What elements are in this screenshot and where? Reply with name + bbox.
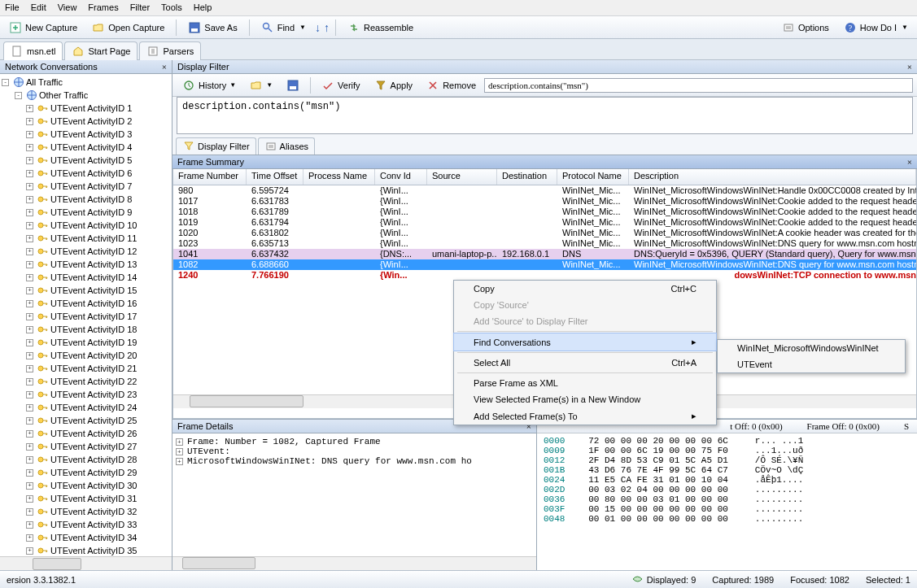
- tree-row[interactable]: +UTEvent ActivityID 35: [0, 544, 172, 556]
- expand-icon[interactable]: +: [26, 261, 33, 268]
- find-button[interactable]: Find ▼: [255, 19, 312, 37]
- tree-row[interactable]: +UTEvent ActivityID 17: [0, 310, 172, 323]
- expand-icon[interactable]: +: [26, 157, 33, 164]
- tree-row[interactable]: +UTEvent ActivityID 22: [0, 375, 172, 388]
- history-button[interactable]: History ▼: [177, 76, 242, 94]
- expand-icon[interactable]: +: [26, 274, 33, 281]
- menu-view[interactable]: View: [58, 2, 77, 12]
- table-row[interactable]: 10196.631794{WinI...WinINet_Mic...WinINe…: [173, 217, 916, 228]
- menu-tools[interactable]: Tools: [161, 2, 182, 12]
- ctx-copy[interactable]: CopyCtrl+C: [454, 281, 716, 297]
- expand-icon[interactable]: +: [26, 222, 33, 229]
- tree-row[interactable]: +UTEvent ActivityID 12: [0, 245, 172, 258]
- tree-row[interactable]: +UTEvent ActivityID 5: [0, 154, 172, 167]
- expand-icon[interactable]: +: [26, 508, 33, 516]
- tree-row[interactable]: -Other Traffic: [0, 89, 172, 102]
- tree-row[interactable]: +UTEvent ActivityID 19: [0, 336, 172, 349]
- expand-icon[interactable]: +: [26, 287, 33, 294]
- tree-row[interactable]: +UTEvent ActivityID 24: [0, 401, 172, 414]
- ctx-find-conversations[interactable]: Find Conversations▸: [453, 333, 717, 351]
- ctx-select-all[interactable]: Select AllCtrl+A: [454, 355, 716, 371]
- tree-row[interactable]: +UTEvent ActivityID 1: [0, 102, 172, 115]
- expand-icon[interactable]: +: [26, 378, 33, 385]
- expand-icon[interactable]: +: [26, 118, 33, 125]
- menu-help[interactable]: Help: [194, 2, 212, 12]
- tree-row[interactable]: +UTEvent ActivityID 8: [0, 193, 172, 206]
- filter-expression-editor[interactable]: description.contains("msn"): [177, 97, 913, 134]
- table-row[interactable]: 10206.631802{WinI...WinINet_Mic...WinINe…: [173, 228, 916, 238]
- expand-icon[interactable]: +: [26, 196, 33, 203]
- tree-row[interactable]: +UTEvent ActivityID 4: [0, 141, 172, 154]
- tree-row[interactable]: +UTEvent ActivityID 15: [0, 284, 172, 297]
- expand-icon[interactable]: +: [26, 495, 33, 503]
- tab-start-page[interactable]: Start Page: [64, 41, 138, 60]
- expand-icon[interactable]: +: [26, 456, 33, 464]
- ctx-parse-xml[interactable]: Parse Frame as XML: [454, 375, 716, 391]
- expand-icon[interactable]: +: [26, 105, 33, 112]
- expand-icon[interactable]: +: [26, 235, 33, 242]
- menu-file[interactable]: File: [5, 2, 20, 12]
- tab-file[interactable]: msn.etl: [3, 41, 63, 60]
- expand-icon[interactable]: +: [26, 404, 33, 412]
- column-header[interactable]: Process Name: [303, 169, 375, 185]
- expand-icon[interactable]: +: [26, 183, 33, 190]
- ctx-view-new-window[interactable]: View Selected Frame(s) in a New Window: [454, 391, 716, 407]
- hex-body[interactable]: 0000 72 00 00 00 20 00 00 00 6C r... ...…: [537, 433, 917, 570]
- expand-icon[interactable]: +: [26, 352, 33, 359]
- submenu-utevent[interactable]: UTEvent: [718, 356, 905, 372]
- tree-row[interactable]: +UTEvent ActivityID 30: [0, 479, 172, 492]
- table-row[interactable]: 10236.635713{WinI...WinINet_Mic...WinINe…: [173, 238, 916, 249]
- menu-frames[interactable]: Frames: [88, 2, 118, 12]
- tree-row[interactable]: +UTEvent ActivityID 6: [0, 167, 172, 180]
- tab-parsers[interactable]: Parsers: [139, 41, 201, 60]
- tree-row[interactable]: +UTEvent ActivityID 13: [0, 258, 172, 271]
- close-icon[interactable]: ×: [907, 157, 912, 167]
- open-capture-button[interactable]: Open Capture: [86, 19, 170, 37]
- expand-icon[interactable]: +: [26, 547, 33, 555]
- tree-row[interactable]: +UTEvent ActivityID 14: [0, 271, 172, 284]
- tab-aliases[interactable]: Aliases: [258, 137, 315, 155]
- tab-display-filter[interactable]: Display Filter: [176, 137, 256, 155]
- column-header[interactable]: Frame Number: [173, 169, 247, 185]
- tree-row[interactable]: +UTEvent ActivityID 20: [0, 349, 172, 362]
- tree-row[interactable]: +UTEvent ActivityID 32: [0, 505, 172, 518]
- tree-row[interactable]: +UTEvent ActivityID 34: [0, 531, 172, 544]
- expand-icon[interactable]: +: [26, 144, 33, 151]
- table-row[interactable]: 10176.631783{WinI...WinINet_Mic...WinINe…: [173, 196, 916, 207]
- menu-edit[interactable]: Edit: [31, 2, 46, 12]
- column-header[interactable]: Source: [427, 169, 497, 185]
- expand-icon[interactable]: +: [176, 438, 183, 446]
- tree-row[interactable]: +UTEvent ActivityID 10: [0, 219, 172, 232]
- expand-icon[interactable]: +: [26, 534, 33, 542]
- expand-icon[interactable]: +: [26, 430, 33, 438]
- column-header[interactable]: Time Offset: [247, 169, 303, 185]
- filter-open-button[interactable]: ▼: [244, 76, 278, 94]
- tree-row[interactable]: +UTEvent ActivityID 23: [0, 388, 172, 401]
- table-row[interactable]: 10826.688660{WinI...WinINet_Mic...WinINe…: [173, 259, 916, 270]
- remove-button[interactable]: Remove: [421, 76, 482, 94]
- expand-icon[interactable]: +: [26, 521, 33, 529]
- tree-row[interactable]: +UTEvent ActivityID 7: [0, 180, 172, 193]
- expand-icon[interactable]: +: [26, 469, 33, 477]
- close-icon[interactable]: ×: [162, 62, 167, 72]
- new-capture-button[interactable]: New Capture: [3, 19, 83, 37]
- column-header[interactable]: Description: [629, 169, 916, 185]
- conversation-tree[interactable]: -All Traffic-Other Traffic+UTEvent Activ…: [0, 74, 172, 556]
- find-down-icon[interactable]: ↓: [315, 21, 321, 34]
- expand-icon[interactable]: +: [26, 313, 33, 320]
- expand-icon[interactable]: -: [2, 79, 9, 86]
- table-row[interactable]: 10186.631789{WinI...WinINet_Mic...WinINe…: [173, 207, 916, 217]
- expand-icon[interactable]: +: [26, 417, 33, 425]
- expand-icon[interactable]: +: [26, 391, 33, 399]
- column-header[interactable]: Protocol Name: [557, 169, 629, 185]
- tree-row[interactable]: +UTEvent ActivityID 2: [0, 115, 172, 128]
- column-header[interactable]: Conv Id: [375, 169, 427, 185]
- expand-icon[interactable]: +: [26, 209, 33, 216]
- tree-row[interactable]: +UTEvent ActivityID 29: [0, 466, 172, 479]
- expand-icon[interactable]: +: [26, 131, 33, 138]
- tree-row[interactable]: +UTEvent ActivityID 9: [0, 206, 172, 219]
- expand-icon[interactable]: +: [26, 248, 33, 255]
- tree-row[interactable]: +UTEvent ActivityID 3: [0, 128, 172, 141]
- expand-icon[interactable]: +: [176, 448, 183, 455]
- expand-icon[interactable]: +: [26, 326, 33, 333]
